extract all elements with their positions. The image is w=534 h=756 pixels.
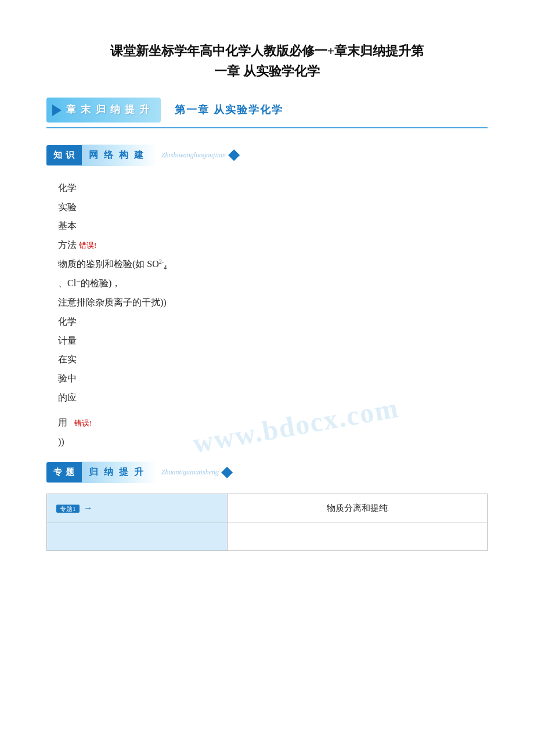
page-title: 课堂新坐标学年高中化学人教版必修一+章末归纳提升第 一章 从实验学化学 — [46, 41, 488, 81]
chapter-banner-left-text: 章 末 归 纳 提 升 — [66, 101, 150, 119]
knowledge-section-title: 网 络 构 建 — [82, 145, 157, 166]
knowledge-section-header: 知 识 网 络 构 建 Zhishiwangluogoujiian — [46, 145, 488, 166]
error-label-2: 错误! — [74, 419, 92, 427]
table-row: 专题1 → 物质分离和提纯 — [47, 494, 488, 523]
error-label-1: 错误! — [79, 241, 96, 250]
knowledge-section-diamond-icon — [228, 149, 240, 161]
table-row — [47, 523, 488, 550]
list-item: 化学 — [58, 180, 488, 197]
table-cell-right-2 — [227, 523, 487, 550]
content-table: 专题1 → 物质分离和提纯 — [46, 494, 488, 551]
special-section-tag: 专 题 — [46, 462, 82, 483]
list-item: 物质的鉴别和检验(如 SO2-4 — [58, 256, 488, 273]
table-tag-1: 专题1 — [56, 505, 80, 513]
list-item: 验中 — [58, 370, 488, 387]
list-item: 注意排除杂质离子的干扰)) — [58, 294, 488, 311]
banner-triangle-icon — [52, 105, 62, 116]
special-section-diamond-icon — [221, 467, 233, 478]
list-item: 化学 — [58, 314, 488, 330]
list-item: )) — [58, 434, 488, 451]
content-list: 化学 实验 基本 方法 错误! 物质的鉴别和检验(如 SO2-4 、Cl⁻的检验… — [58, 180, 488, 451]
table-cell-left-2 — [47, 523, 228, 550]
list-item: 的应 — [58, 390, 488, 406]
chapter-banner: 章 末 归 纳 提 升 第一章 从实验学化学 — [46, 98, 488, 128]
special-section-title: 归 纳 提 升 — [82, 462, 157, 483]
knowledge-section-subtitle: Zhishiwangluogoujiian — [161, 149, 226, 162]
list-item: 基本 — [58, 218, 488, 235]
chapter-banner-left: 章 末 归 纳 提 升 — [46, 98, 161, 123]
special-section-header: 专 题 归 纳 提 升 Zhuantiguinatisheng — [46, 462, 488, 483]
list-item: 实验 — [58, 199, 488, 216]
list-item: 用 错误! — [58, 415, 488, 431]
table-cell-left-1: 专题1 → — [47, 494, 228, 523]
chapter-banner-right-text: 第一章 从实验学化学 — [175, 100, 283, 119]
list-item: 方法 错误! — [58, 237, 488, 254]
knowledge-section-tag: 知 识 — [46, 145, 82, 165]
special-section-subtitle: Zhuantiguinatisheng — [161, 466, 219, 479]
list-item: 在实 — [58, 351, 488, 368]
list-item: 、Cl⁻的检验)， — [58, 275, 488, 292]
table-arrow-1: → — [84, 503, 93, 513]
table-cell-right-1: 物质分离和提纯 — [227, 494, 487, 523]
list-item: 计量 — [58, 333, 488, 350]
